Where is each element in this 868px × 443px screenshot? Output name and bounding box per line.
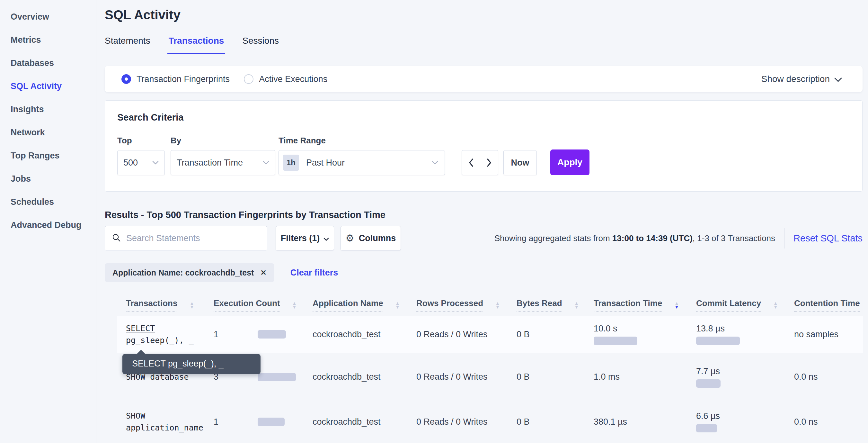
time-range-stepper: [462, 150, 498, 175]
now-button[interactable]: Now: [503, 150, 537, 175]
remove-filter-icon[interactable]: ✕: [260, 269, 266, 276]
sort-toggle[interactable]: ▲▼: [292, 301, 297, 309]
commit-latency-bar: [696, 379, 720, 388]
sort-toggle[interactable]: ▲▼: [575, 301, 579, 309]
execution-count-bar: [258, 330, 286, 338]
toolbar-right: Showing aggregated stats from 13:00 to 1…: [494, 228, 863, 248]
by-select-value: Transaction Time: [177, 158, 243, 168]
apply-button[interactable]: Apply: [550, 149, 589, 175]
column-header-label[interactable]: Rows Processed: [416, 298, 483, 312]
execution-count-cell: 1: [205, 329, 304, 339]
column-header-label[interactable]: Transactions: [126, 298, 177, 312]
columns-button[interactable]: ⚙ Columns: [341, 226, 401, 250]
view-toggle-bar: Transaction Fingerprints Active Executio…: [105, 66, 863, 92]
by-select[interactable]: Transaction Time: [170, 150, 275, 175]
transaction-fingerprint-link[interactable]: SHOW application_name: [117, 410, 205, 434]
sort-toggle[interactable]: ▲▼: [189, 301, 194, 309]
transaction-time-value: 1.0 ms: [594, 372, 620, 382]
sidebar-item-insights[interactable]: Insights: [10, 98, 96, 121]
top-select[interactable]: 500: [117, 150, 165, 175]
sidebar-item-sql-activity[interactable]: SQL Activity: [10, 75, 96, 98]
bytes-read-cell: 0 B: [508, 372, 585, 382]
column-header-rows-processed: Rows Processed ▲▼: [408, 298, 508, 312]
sidebar-item-network[interactable]: Network: [10, 121, 96, 144]
sidebar-item-databases[interactable]: Databases: [10, 52, 96, 75]
sort-toggle[interactable]: ▲▼: [495, 301, 500, 309]
show-description-label: Show description: [761, 74, 830, 84]
tab-bar: Statements Transactions Sessions: [105, 36, 863, 54]
table-row: SHOW application_name 1 cockroachdb_test…: [117, 401, 863, 442]
next-range-button[interactable]: [480, 150, 498, 175]
radio-label: Transaction Fingerprints: [136, 74, 230, 84]
filters-button[interactable]: Filters (1): [276, 226, 334, 250]
chevron-down-icon: [263, 161, 269, 165]
column-header-bytes-read: Bytes Read ▲▼: [508, 298, 585, 312]
commit-latency-value: 13.8 µs: [696, 324, 725, 334]
column-header-label[interactable]: Transaction Time: [594, 298, 662, 312]
column-header-label[interactable]: Bytes Read: [517, 298, 562, 312]
tab-transactions[interactable]: Transactions: [169, 36, 224, 54]
search-statements-input[interactable]: [126, 233, 260, 243]
bytes-read-cell: 0 B: [508, 417, 585, 427]
execution-count-value: 1: [214, 329, 258, 339]
search-criteria-panel: Search Criteria Top 500 By Transaction T…: [105, 100, 863, 191]
column-header-label[interactable]: Application Name: [313, 298, 383, 312]
sidebar-item-metrics[interactable]: Metrics: [10, 28, 96, 52]
sidebar-item-schedules[interactable]: Schedules: [10, 190, 96, 213]
transaction-fingerprint-link[interactable]: SELECT pg_sleep(_), _: [117, 322, 205, 347]
sidebar-item-overview[interactable]: Overview: [10, 5, 96, 28]
search-criteria-heading: Search Criteria: [117, 112, 850, 123]
sidebar-item-advanced-debug[interactable]: Advanced Debug: [10, 213, 96, 237]
gear-icon: ⚙: [346, 233, 354, 243]
application-name-cell: cockroachdb_test: [304, 417, 408, 427]
sidebar-item-top-ranges[interactable]: Top Ranges: [10, 144, 96, 167]
filters-button-label: Filters (1): [281, 233, 320, 243]
radio-label: Active Executions: [259, 74, 327, 84]
filter-chip-label: Application Name: cockroachdb_test: [113, 268, 254, 277]
clear-filters-link[interactable]: Clear filters: [290, 268, 338, 278]
column-header-transactions: Transactions ▲▼: [117, 298, 205, 312]
chevron-down-icon: [323, 233, 329, 243]
prev-range-button[interactable]: [462, 150, 480, 175]
contention-time-cell: 0.0 ns: [785, 417, 863, 427]
radio-transaction-fingerprints[interactable]: Transaction Fingerprints: [121, 74, 230, 84]
show-description-toggle[interactable]: Show description: [761, 74, 842, 84]
top-label: Top: [117, 136, 170, 146]
table-row: SELECT pg_sleep(_), _ 1 cockroachdb_test…: [117, 316, 863, 353]
sort-toggle-active-desc[interactable]: ▲▼: [674, 301, 679, 309]
main-content: SQL Activity Statements Transactions Ses…: [96, 0, 868, 443]
radio-unselected-icon: [244, 74, 253, 84]
transaction-time-cell: 1.0 ms: [585, 372, 687, 382]
search-icon: [112, 233, 121, 244]
search-criteria-form: Top 500 By Transaction Time Time Range: [117, 136, 850, 175]
sidebar-item-jobs[interactable]: Jobs: [10, 167, 96, 190]
rows-processed-cell: 0 Reads / 0 Writes: [408, 417, 508, 427]
radio-active-executions[interactable]: Active Executions: [244, 74, 327, 84]
column-header-label[interactable]: Contention Time: [794, 298, 860, 312]
sidebar: Overview Metrics Databases SQL Activity …: [0, 0, 96, 443]
time-range-select[interactable]: 1h Past Hour: [279, 150, 445, 175]
tab-statements[interactable]: Statements: [105, 36, 150, 54]
column-header-label[interactable]: Commit Latency: [696, 298, 761, 312]
reset-sql-stats-link[interactable]: Reset SQL Stats: [794, 233, 863, 244]
sort-toggle[interactable]: ▲▼: [773, 301, 778, 309]
results-toolbar: Filters (1) ⚙ Columns Showing aggregated…: [105, 226, 863, 250]
radio-selected-icon: [121, 74, 131, 84]
execution-count-bar: [258, 418, 285, 426]
stats-suffix: , 1-3 of 3 Transactions: [692, 233, 775, 243]
search-statements-box: [105, 226, 267, 250]
sort-toggle[interactable]: ▲▼: [396, 301, 400, 309]
execution-count-bar: [258, 373, 296, 381]
transaction-time-value: 380.1 µs: [594, 417, 627, 427]
column-header-contention-time: Contention Time: [785, 298, 863, 312]
tab-sessions[interactable]: Sessions: [242, 36, 279, 54]
aggregated-stats-text: Showing aggregated stats from 13:00 to 1…: [494, 233, 775, 243]
fingerprint-line: application_name: [126, 422, 205, 434]
column-header-label[interactable]: Execution Count: [214, 298, 280, 312]
table-header-row: Transactions ▲▼ Execution Count ▲▼ Appli…: [117, 294, 863, 316]
transaction-time-bar: [594, 336, 637, 345]
execution-count-cell: 1: [205, 417, 304, 427]
application-name-cell: cockroachdb_test: [304, 372, 408, 382]
fingerprint-tooltip: SELECT pg_sleep(_), _: [122, 354, 260, 374]
commit-latency-cell: 13.8 µs: [687, 324, 785, 345]
